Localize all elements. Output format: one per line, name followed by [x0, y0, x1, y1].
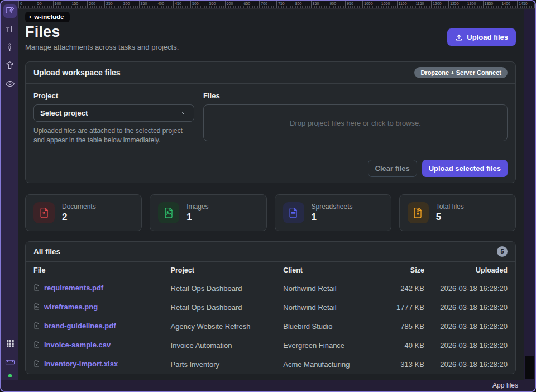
file-link[interactable]: wireframes.png — [34, 303, 98, 311]
stats-row: Documents2Images1Spreadsheets1Total file… — [25, 194, 516, 231]
body-style-button[interactable] — [3, 60, 17, 73]
column-header-size: Size — [378, 262, 432, 279]
ruler-tick-label: 900 — [328, 1, 336, 8]
files-label: Files — [203, 92, 508, 100]
upload-selected-files-button[interactable]: Upload selected files — [422, 160, 508, 177]
upload-panel-title: Upload workspace files — [34, 68, 121, 77]
column-header-uploaded: Uploaded — [432, 262, 515, 279]
column-header-file: File — [26, 262, 163, 279]
file-link[interactable]: brand-guidelines.pdf — [34, 322, 116, 330]
stat-label: Total files — [436, 203, 464, 211]
ruler-tick-label: 700 — [259, 1, 267, 8]
ruler-tick-label: 400 — [156, 1, 164, 8]
typography-button[interactable] — [3, 23, 17, 36]
scrollbar-thumb[interactable] — [525, 356, 534, 379]
person-info-button[interactable] — [3, 41, 17, 55]
breadcrumb[interactable]: ‹ w-include — [25, 12, 70, 22]
project-cell: Retail Ops Dashboard — [163, 298, 276, 317]
project-cell: Invoice Automation — [163, 336, 276, 355]
client-cell: Bluebird Studio — [275, 317, 378, 336]
client-cell: Evergreen Finance — [275, 336, 378, 355]
file-type-icon — [34, 303, 40, 310]
project-cell: Parts Inventory — [163, 355, 276, 373]
app-window: 0501001502002503003504004505005506006507… — [0, 0, 536, 392]
app-files-tab[interactable]: App files — [492, 381, 518, 389]
file-image-icon — [158, 202, 179, 223]
client-cell: Acme Manufacturing — [275, 355, 378, 373]
stat-card-images: Images1 — [150, 194, 266, 231]
tool-sidebar — [1, 1, 18, 380]
file-dropzone[interactable]: Drop project files here or click to brow… — [203, 104, 508, 141]
size-cell: 785 KB — [378, 317, 432, 336]
file-link[interactable]: requirements.pdf — [34, 284, 103, 292]
ruler-tick-label: 950 — [345, 1, 353, 8]
size-cell: 313 KB — [378, 355, 432, 373]
table-title: All files — [34, 247, 60, 256]
typography-icon — [5, 24, 15, 36]
ruler-tick-label: 650 — [242, 1, 250, 8]
apps-grid-button[interactable] — [3, 338, 17, 351]
ruler-tick-label: 1350 — [483, 1, 494, 8]
chevron-left-icon: ‹ — [29, 14, 31, 20]
stat-card-spreadsheets: Spreadsheets1 — [275, 194, 391, 231]
table-row: invoice-sample.csvInvoice AutomationEver… — [26, 336, 515, 355]
stat-label: Documents — [62, 203, 96, 211]
project-select[interactable]: Select project — [34, 104, 194, 122]
ruler-icon — [5, 357, 15, 369]
ruler-tick-label: 500 — [190, 1, 199, 8]
table-row: brand-guidelines.pdfAgency Website Refre… — [26, 317, 515, 336]
ruler-tick-label: 300 — [122, 1, 130, 8]
ruler-tick-label: 1300 — [466, 1, 476, 8]
ruler-tick-label: 1500 — [534, 1, 535, 8]
table-row: wireframes.pngRetail Ops DashboardNorthw… — [26, 298, 515, 317]
file-link[interactable]: invoice-sample.csv — [34, 341, 111, 349]
status-dot — [8, 374, 12, 377]
status-bar: App files — [1, 380, 535, 391]
ruler-tick-label: 1450 — [517, 1, 528, 8]
project-help-text: Uploaded files are attached to the selec… — [34, 126, 194, 146]
stat-card-total-files: Total files5 — [399, 194, 516, 231]
pencil-square-icon — [5, 6, 15, 17]
file-pdf-icon — [34, 202, 55, 223]
ruler-tick-label: 1100 — [397, 1, 407, 8]
chevron-down-icon — [181, 110, 188, 117]
ruler-tick-label: 550 — [208, 1, 216, 8]
ruler-tick-label: 0 — [18, 1, 22, 8]
person-icon — [5, 42, 15, 54]
table-row: requirements.pdfRetail Ops DashboardNort… — [26, 279, 515, 298]
project-label: Project — [34, 92, 194, 100]
stat-card-documents: Documents2 — [25, 194, 142, 231]
uploaded-cell: 2026-03-18 16:28:20 — [432, 355, 515, 373]
ruler-tool-button[interactable] — [3, 356, 17, 370]
ruler-tick-label: 1200 — [431, 1, 442, 8]
stat-label: Images — [186, 203, 208, 211]
uploaded-cell: 2026-03-18 16:28:20 — [432, 298, 515, 317]
preview-button[interactable] — [3, 78, 17, 92]
edit-design-button[interactable] — [3, 4, 17, 18]
ruler-tick-label: 1000 — [362, 1, 373, 8]
column-header-project: Project — [163, 262, 276, 279]
size-cell: 40 KB — [378, 336, 432, 355]
ruler-tick-label: 50 — [36, 1, 42, 8]
project-cell: Retail Ops Dashboard — [163, 279, 276, 298]
size-cell: 1777 KB — [378, 298, 432, 317]
upload-files-button[interactable]: Upload files — [447, 28, 516, 46]
ruler-tick-label: 450 — [173, 1, 181, 8]
page-title: Files — [25, 23, 179, 41]
clear-files-button[interactable]: Clear files — [368, 160, 417, 177]
ruler-tick-label: 100 — [53, 1, 61, 8]
project-cell: Agency Website Refresh — [163, 317, 276, 336]
vertical-scrollbar[interactable] — [524, 9, 535, 380]
column-header-client: Client — [275, 262, 378, 279]
breadcrumb-label: w-include — [34, 13, 64, 20]
file-type-icon — [34, 360, 40, 367]
grid-icon — [6, 339, 15, 350]
tech-badge: Dropzone + Server Connect — [414, 67, 508, 78]
stat-value: 2 — [62, 212, 96, 223]
client-cell: Northwind Retail — [275, 298, 378, 317]
upload-panel: Upload workspace files Dropzone + Server… — [25, 61, 516, 183]
file-link[interactable]: inventory-import.xlsx — [34, 360, 118, 368]
ruler-tick-label: 750 — [276, 1, 285, 8]
uploaded-cell: 2026-03-18 16:28:20 — [432, 317, 515, 336]
uploaded-cell: 2026-03-18 16:28:20 — [432, 336, 515, 355]
